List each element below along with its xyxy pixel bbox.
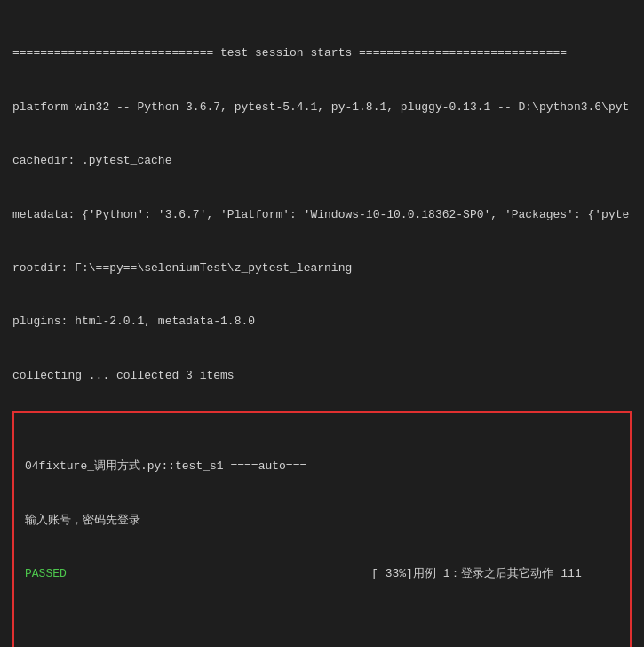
cachedir-line: cachedir: .pytest_cache [12,152,632,170]
rootdir-line: rootdir: F:\==py==\seleniumTest\z_pytest… [12,260,632,277]
test1-file: 04fixture_调用方式.py::test_s1 ====auto=== [25,458,619,475]
test1-line1: 输入账号，密码先登录 [25,512,619,530]
plugins-line: plugins: html-2.0.1, metadata-1.8.0 [12,313,632,331]
collecting-line: collecting ... collected 3 items [12,367,632,385]
progress-label: [ 33%]用例 1：登录之后其它动作 111 [67,567,582,580]
terminal-output: ============================= test sessi… [12,9,632,403]
passed-label: PASSED [25,567,67,580]
platform-line: platform win32 -- Python 3.6.7, pytest-5… [12,99,632,116]
test1-passed-line: PASSED [ 33%]用例 1：登录之后其它动作 111 [25,565,619,583]
header-divider: ============================= test sessi… [12,44,632,62]
test-results-box: 04fixture_调用方式.py::test_s1 ====auto=== 输… [12,411,632,647]
metadata-line: metadata: {'Python': '3.6.7', 'Platform'… [12,206,632,224]
